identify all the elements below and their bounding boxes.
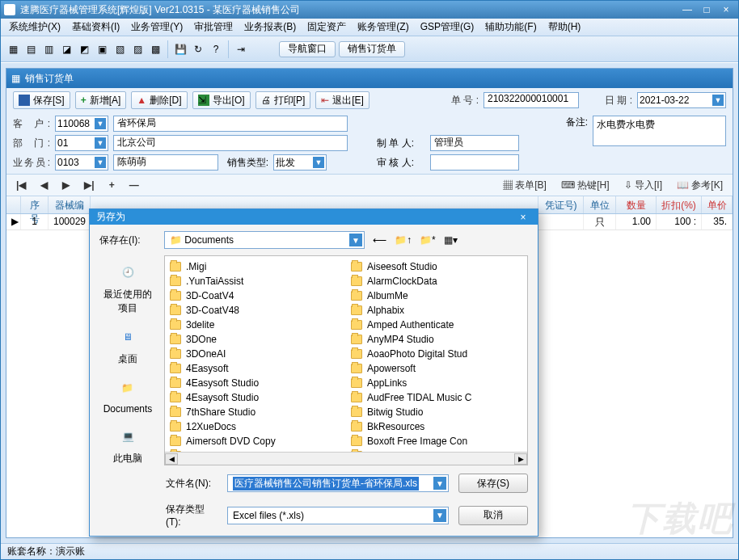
menu-help[interactable]: 帮助(H) xyxy=(543,19,586,36)
savein-combo[interactable]: 📁 Documents▼ xyxy=(164,231,365,249)
grid-voucher-head[interactable]: 凭证号) xyxy=(538,196,584,213)
tool-icon-7[interactable]: ▧ xyxy=(112,42,127,57)
sales-order-button[interactable]: 销售订货单 xyxy=(339,41,405,57)
minimize-button[interactable]: — xyxy=(678,3,696,16)
tool-icon-2[interactable]: ▤ xyxy=(23,42,38,57)
sidebar-recent[interactable]: 🕘最近使用的项目 xyxy=(99,259,156,315)
close-button[interactable]: × xyxy=(717,3,735,16)
delete-button[interactable]: ▲删除[D] xyxy=(131,91,187,109)
dialog-cancel-button[interactable]: 取消 xyxy=(458,506,528,525)
exit-button[interactable]: ⇤退出[E] xyxy=(315,91,370,109)
folder-item[interactable]: Boxoft Free Image Con xyxy=(351,434,522,448)
filetype-combo[interactable]: Excel files (*.xls)▼ xyxy=(227,507,449,524)
print-button[interactable]: 🖨打印[P] xyxy=(255,91,311,109)
customer-name-input[interactable]: 省环保局 xyxy=(113,116,348,132)
folder-item[interactable]: 4Esaysoft Studio xyxy=(170,390,341,405)
sales-name-input[interactable]: 陈萌萌 xyxy=(113,154,218,171)
folder-item[interactable]: .Migi xyxy=(170,259,341,274)
folder-item[interactable]: 7thShare Studio xyxy=(170,405,341,419)
back-icon[interactable]: ⟵ xyxy=(373,234,386,246)
dialog-close-button[interactable]: × xyxy=(515,210,531,225)
form-view-button[interactable]: ▦ 表单[B] xyxy=(503,179,547,192)
folder-item[interactable]: Aimersoft DVD Copy xyxy=(170,434,341,448)
grid-unit-head[interactable]: 单位 xyxy=(584,196,616,213)
nav-prev[interactable]: ◀ xyxy=(40,179,48,191)
menu-basic[interactable]: 基础资料(I) xyxy=(67,19,125,36)
up-folder-icon[interactable]: 📁↑ xyxy=(395,234,412,246)
nav-add[interactable]: + xyxy=(109,179,115,191)
dept-code-select[interactable]: 01▼ xyxy=(55,135,108,151)
folder-item[interactable]: AlarmClockData xyxy=(351,274,522,288)
tool-icon-1[interactable]: ▦ xyxy=(6,42,20,57)
folder-item[interactable]: AoaoPhoto Digital Stud xyxy=(351,347,522,361)
date-input[interactable]: 2021-03-22▼ xyxy=(637,92,726,108)
folder-item[interactable]: 3D-CoatV48 xyxy=(170,303,341,318)
folder-item[interactable]: 4Easysoft xyxy=(170,361,341,376)
add-button[interactable]: +新增[A] xyxy=(75,91,127,109)
tool-icon-5[interactable]: ◩ xyxy=(77,42,91,57)
folder-item[interactable]: 3delite xyxy=(170,318,341,332)
menu-report[interactable]: 业务报表(B) xyxy=(239,19,301,36)
folder-item[interactable]: Apowersoft xyxy=(351,361,522,376)
folder-item[interactable]: AnyMP4 Studio xyxy=(351,332,522,347)
nav-first[interactable]: |◀ xyxy=(16,179,26,191)
menu-aux[interactable]: 辅助功能(F) xyxy=(480,19,541,36)
sidebar-documents[interactable]: 📁Documents xyxy=(103,374,153,415)
menu-gsp[interactable]: GSP管理(G) xyxy=(416,19,479,36)
auditor-input[interactable] xyxy=(430,154,519,171)
hotkey-button[interactable]: ⌨ 热键[H] xyxy=(561,179,610,192)
folder-item[interactable]: Alphabix xyxy=(351,303,522,318)
view-menu-icon[interactable]: ▦▾ xyxy=(444,234,458,246)
reference-button[interactable]: 📖 参考[K] xyxy=(677,179,723,192)
folder-item[interactable]: AudFree TIDAL Music C xyxy=(351,390,522,405)
menu-approve[interactable]: 审批管理 xyxy=(189,19,238,36)
dialog-save-button[interactable]: 保存(S) xyxy=(458,474,528,493)
folder-item[interactable]: AppLinks xyxy=(351,376,522,390)
maker-input[interactable]: 管理员 xyxy=(430,135,519,151)
tool-save-icon[interactable]: 💾 xyxy=(173,42,188,57)
grid-seq-head[interactable]: 序号 xyxy=(21,196,49,213)
nav-window-button[interactable]: 导航窗口 xyxy=(279,41,336,57)
menu-asset[interactable]: 固定资产 xyxy=(302,19,351,36)
dept-name-input[interactable]: 北京公司 xyxy=(113,135,348,151)
sales-code-select[interactable]: 0103▼ xyxy=(55,154,108,171)
folder-item[interactable]: 3DOne xyxy=(170,332,341,347)
customer-code-select[interactable]: 110068▼ xyxy=(55,116,108,132)
export-button[interactable]: ⇲导出[O] xyxy=(192,91,251,109)
tool-help-icon[interactable]: ? xyxy=(209,42,223,57)
folder-item[interactable]: Amped Authenticate xyxy=(351,318,522,332)
menu-account[interactable]: 账务管理(Z) xyxy=(353,19,413,36)
folder-item[interactable]: 3D-CoatV4 xyxy=(170,288,341,303)
grid-disc-head[interactable]: 折扣(%) xyxy=(657,196,702,213)
tool-exit-icon[interactable]: ⇥ xyxy=(234,42,248,57)
grid-price-head[interactable]: 单价 xyxy=(702,196,733,213)
save-button[interactable]: 保存[S] xyxy=(13,91,70,109)
nav-remove[interactable]: — xyxy=(129,179,139,191)
nav-last[interactable]: ▶| xyxy=(84,179,94,191)
scroll-right[interactable]: ▶ xyxy=(514,453,527,465)
maximize-button[interactable]: □ xyxy=(698,3,716,16)
new-folder-icon[interactable]: 📁* xyxy=(420,234,436,246)
tool-icon-4[interactable]: ◪ xyxy=(59,42,74,57)
folder-item[interactable]: 4Easysoft Studio xyxy=(170,376,341,390)
sidebar-computer[interactable]: 💻此电脑 xyxy=(113,423,142,465)
file-list-pane[interactable]: .Migi.YunTaiAssist3D-CoatV43D-CoatV483de… xyxy=(164,255,528,465)
folder-item[interactable]: AlbumMe xyxy=(351,288,522,303)
folder-item[interactable]: Bitwig Studio xyxy=(351,405,522,419)
menu-system[interactable]: 系统维护(X) xyxy=(4,19,65,36)
tool-refresh-icon[interactable]: ↻ xyxy=(191,42,205,57)
import-button[interactable]: ⇩ 导入[I] xyxy=(624,179,662,192)
nav-next[interactable]: ▶ xyxy=(62,179,70,191)
grid-code-head[interactable]: 器械编 xyxy=(49,196,91,213)
sidebar-desktop[interactable]: 🖥桌面 xyxy=(114,323,141,366)
tool-icon-9[interactable]: ▩ xyxy=(148,42,163,57)
scroll-left[interactable]: ◀ xyxy=(165,453,178,465)
tool-icon-3[interactable]: ▥ xyxy=(41,42,56,57)
folder-item[interactable]: BkResources xyxy=(351,419,522,434)
filename-combo[interactable]: 医疗器械销售公司销售订货单-省环保局.xls▼ xyxy=(227,474,449,492)
folder-item[interactable]: Aiseesoft Studio xyxy=(351,259,522,274)
folder-item[interactable]: 3DOneAI xyxy=(170,347,341,361)
folder-item[interactable]: 12XueDocs xyxy=(170,419,341,434)
folder-item[interactable]: .YunTaiAssist xyxy=(170,274,341,288)
grid-qty-head[interactable]: 数量 xyxy=(616,196,657,213)
